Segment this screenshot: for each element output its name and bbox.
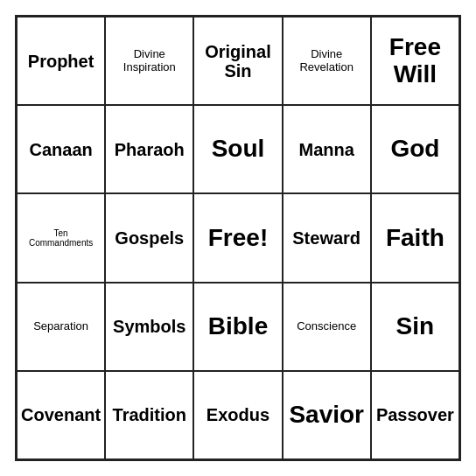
bingo-cell[interactable]: Passover <box>371 371 459 459</box>
bingo-cell[interactable]: Divine Revelation <box>283 17 371 105</box>
bingo-cell[interactable]: Sin <box>371 283 459 371</box>
bingo-cell[interactable]: Gospels <box>105 193 193 282</box>
bingo-cell[interactable]: Savior <box>283 371 371 459</box>
bingo-cell[interactable]: Steward <box>283 193 371 282</box>
bingo-cell[interactable]: Prophet <box>17 17 105 105</box>
bingo-cell[interactable]: Pharaoh <box>105 105 193 193</box>
bingo-cell[interactable]: Free! <box>193 193 282 282</box>
bingo-card: ProphetDivine InspirationOriginal SinDiv… <box>15 15 461 461</box>
bingo-cell[interactable]: Divine Inspiration <box>105 17 193 105</box>
bingo-cell[interactable]: Exodus <box>193 371 282 459</box>
bingo-cell[interactable]: Ten Commandments <box>17 193 105 282</box>
bingo-cell[interactable]: Conscience <box>283 283 371 371</box>
bingo-cell[interactable]: Tradition <box>105 371 193 459</box>
bingo-cell[interactable]: Soul <box>193 105 282 193</box>
bingo-cell[interactable]: Original Sin <box>193 17 282 105</box>
bingo-cell[interactable]: Canaan <box>17 105 105 193</box>
bingo-cell[interactable]: Faith <box>371 193 459 282</box>
bingo-cell[interactable]: Manna <box>283 105 371 193</box>
bingo-cell[interactable]: Bible <box>193 283 282 371</box>
bingo-cell[interactable]: God <box>371 105 459 193</box>
bingo-cell[interactable]: Symbols <box>105 283 193 371</box>
bingo-cell[interactable]: Separation <box>17 283 105 371</box>
bingo-cell[interactable]: Free Will <box>371 17 459 105</box>
bingo-cell[interactable]: Covenant <box>17 371 105 459</box>
